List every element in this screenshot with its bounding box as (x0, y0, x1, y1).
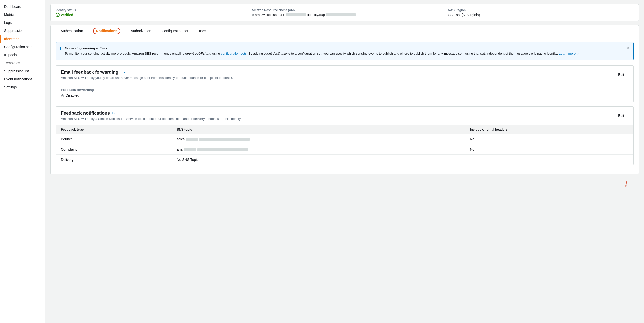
info-banner: ℹ Monitoring sending activity To monitor… (56, 42, 634, 60)
sidebar-item-metrics[interactable]: Metrics (0, 11, 45, 19)
tab-configuration-set[interactable]: Configuration set (156, 25, 193, 37)
th-original-headers: Include original headers (465, 125, 633, 134)
feedback-forwarding-label: Feedback forwarding (61, 88, 628, 92)
arn-middle: :identity/sup (307, 13, 325, 17)
info-banner-title: Monitoring sending activity (65, 46, 107, 50)
main-content: Identity status ✓ Verified Amazon Resour… (45, 0, 644, 323)
identity-region-value: US East (N. Virginia) (448, 13, 634, 17)
feedback-notifications-desc: Amazon SES will notify a Simple Notifica… (61, 117, 242, 121)
info-learn-more-link[interactable]: Learn more ↗ (559, 52, 579, 55)
sidebar-item-ip-pools[interactable]: IP pools (0, 51, 45, 59)
tab-notifications-label: Notifications (93, 28, 120, 34)
email-feedback-header: Email feedback forwarding Info Amazon SE… (56, 66, 633, 84)
tab-notifications[interactable]: Notifications (88, 25, 126, 37)
feedback-notifications-section: Feedback notifications Info Amazon SES w… (56, 106, 634, 165)
bounce-sns-redacted-1 (186, 138, 198, 141)
table-row-delivery: Delivery No SNS Topic - (56, 154, 633, 165)
table-row-complaint: Complaint arn: No (56, 144, 633, 154)
email-feedback-title-wrap: Email feedback forwarding Info (61, 70, 233, 75)
feedback-forwarding-status: Disabled (66, 93, 79, 98)
verified-text: Verified (61, 13, 73, 17)
delivery-sns: No SNS Topic (172, 154, 465, 165)
sidebar-item-suppression-list[interactable]: Suppression list (0, 67, 45, 75)
table-row-bounce: Bounce arn:a No (56, 134, 633, 144)
sidebar-item-event-notifications[interactable]: Event notifications (0, 75, 45, 83)
feedback-notifications-title: Feedback notifications (61, 111, 110, 116)
arn-redacted-2 (326, 13, 356, 16)
complaint-sns-redacted-1 (184, 148, 196, 151)
complaint-sns-redacted-2 (197, 148, 248, 151)
bounce-headers: No (465, 134, 633, 144)
feedback-notifications-header: Feedback notifications Info Amazon SES w… (56, 107, 633, 125)
identity-card: Identity status ✓ Verified Amazon Resour… (50, 4, 639, 21)
arn-redacted-1 (286, 13, 306, 16)
bounce-sns-redacted-2 (199, 138, 250, 141)
sidebar: Dashboard Metrics Logs Suppression Ident… (0, 0, 45, 323)
sidebar-item-logs[interactable]: Logs (0, 19, 45, 27)
feedback-notifications-edit-button[interactable]: Edit (614, 112, 628, 119)
info-banner-icon: ℹ (60, 46, 62, 56)
sidebar-item-config-sets[interactable]: Configuration sets (0, 43, 45, 51)
identity-region-col: AWS Region US East (N. Virginia) (448, 8, 634, 17)
identity-arn-label: Amazon Resource Name (ARN) (252, 8, 437, 12)
feedback-notifications-title-area: Feedback notifications Info Amazon SES w… (61, 111, 242, 121)
identity-status-value: ✓ Verified (56, 13, 242, 17)
identity-arn-value: ⧉ arn:aws:ses:us-east-:identity/sup (252, 13, 437, 17)
email-feedback-info-link[interactable]: Info (120, 70, 126, 74)
info-link-config-sets[interactable]: configuration sets (221, 52, 247, 55)
feedback-notifications-table: Feedback type SNS topic Include original… (56, 125, 633, 165)
email-feedback-title: Email feedback forwarding (61, 70, 118, 75)
sidebar-item-identities[interactable]: Identities (0, 35, 45, 43)
notifications-panel: ℹ Monitoring sending activity To monitor… (51, 37, 639, 174)
bounce-sns: arn:a (172, 134, 465, 144)
complaint-headers: No (465, 144, 633, 154)
tab-authentication[interactable]: Authentication (56, 25, 88, 37)
table-header-row: Feedback type SNS topic Include original… (56, 125, 633, 134)
verified-icon: ✓ (56, 13, 60, 17)
tab-authorization[interactable]: Authorization (126, 25, 156, 37)
delivery-type: Delivery (56, 154, 172, 165)
sidebar-item-dashboard[interactable]: Dashboard (0, 3, 45, 11)
complaint-sns: arn: (172, 144, 465, 154)
email-feedback-section: Email feedback forwarding Info Amazon SE… (56, 65, 634, 102)
sidebar-item-settings[interactable]: Settings (0, 83, 45, 91)
bounce-type: Bounce (56, 134, 172, 144)
identity-region-label: AWS Region (448, 8, 634, 12)
complaint-type: Complaint (56, 144, 172, 154)
copy-icon[interactable]: ⧉ (252, 13, 254, 17)
email-feedback-edit-button[interactable]: Edit (614, 71, 628, 78)
identity-status-col: Identity status ✓ Verified (56, 8, 242, 17)
th-feedback-type: Feedback type (56, 125, 172, 134)
th-sns-topic: SNS topic (172, 125, 465, 134)
tabs-header: Authentication Notifications Authorizati… (51, 25, 639, 37)
info-italic-event-destinations: event destinations (264, 52, 290, 55)
feedback-notifications-title-wrap: Feedback notifications Info (61, 111, 242, 116)
tabs-container: Authentication Notifications Authorizati… (50, 25, 639, 174)
info-banner-body: To monitor your sending activity more br… (65, 52, 579, 55)
verified-badge: ✓ Verified (56, 13, 73, 17)
close-button[interactable]: × (627, 46, 629, 56)
feedback-notifications-table-wrap: Feedback type SNS topic Include original… (56, 125, 633, 165)
feedback-forwarding-value: ⊖ Disabled (61, 93, 628, 98)
arn-prefix: arn:aws:ses:us-east- (255, 13, 285, 17)
feedback-notifications-info-link[interactable]: Info (112, 111, 117, 115)
disabled-icon: ⊖ (61, 93, 64, 98)
email-feedback-desc: Amazon SES will notify you by email when… (61, 76, 233, 80)
sidebar-item-templates[interactable]: Templates (0, 59, 45, 67)
identity-status-label: Identity status (56, 8, 242, 12)
info-bold-event-publishing: event publishing (185, 52, 211, 55)
identity-arn-col: Amazon Resource Name (ARN) ⧉ arn:aws:ses… (252, 8, 437, 17)
email-feedback-body: Feedback forwarding ⊖ Disabled (56, 84, 633, 102)
email-feedback-title-area: Email feedback forwarding Info Amazon SE… (61, 70, 233, 80)
tab-tags[interactable]: Tags (193, 25, 211, 37)
info-banner-text: Monitoring sending activity To monitor y… (65, 46, 624, 56)
delivery-headers: - (465, 154, 633, 165)
sidebar-item-suppression[interactable]: Suppression (0, 27, 45, 35)
